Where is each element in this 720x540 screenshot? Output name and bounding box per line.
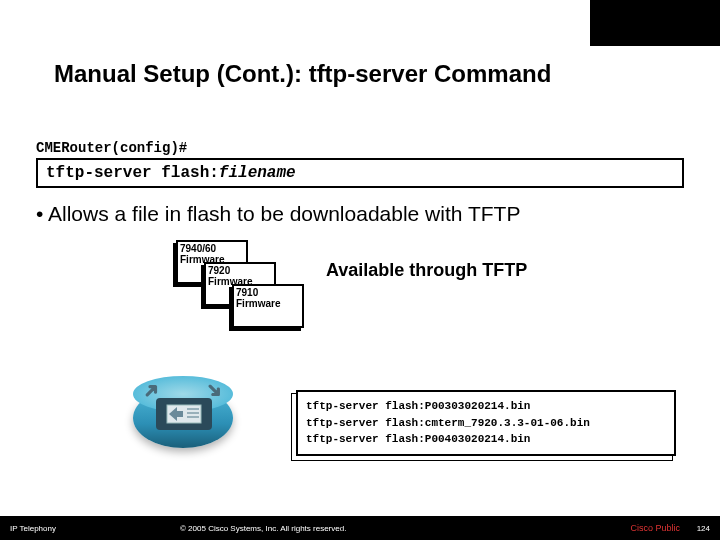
doc3-line2: Firmware <box>236 299 300 310</box>
config-code-box: tftp-server flash:P00303020214.bin tftp-… <box>296 390 676 456</box>
content-area: CMERouter(config)# tftp-server flash:fil… <box>36 140 684 380</box>
footer-public: Cisco Public <box>630 523 680 533</box>
command-syntax-box: tftp-server flash:filename <box>36 158 684 188</box>
tftp-label: Available through TFTP <box>326 260 527 281</box>
command-arg: filename <box>219 164 296 182</box>
header-corner <box>590 0 720 46</box>
footer-copyright: © 2005 Cisco Systems, Inc. All rights re… <box>180 524 346 533</box>
firmware-doc-3: 7910 Firmware <box>232 284 304 328</box>
page-title: Manual Setup (Cont.): tftp-server Comman… <box>54 60 561 88</box>
router-icon: ➜ ➜ <box>128 368 238 468</box>
doc1-line1: 7940/60 <box>180 244 244 255</box>
cli-prompt: CMERouter(config)# <box>36 140 684 156</box>
doc2-line1: 7920 <box>208 266 272 277</box>
code-line-3: tftp-server flash:P00403020214.bin <box>306 431 666 448</box>
diagram: 7940/60 Firmware 7920 Firmware 7910 Firm… <box>136 240 684 380</box>
doc3-line1: 7910 <box>236 288 300 299</box>
footer-course: IP Telephony <box>10 524 56 533</box>
code-line-1: tftp-server flash:P00303020214.bin <box>306 398 666 415</box>
footer-page-number: 124 <box>697 524 710 533</box>
code-line-2: tftp-server flash:cmterm_7920.3.3-01-06.… <box>306 415 666 432</box>
footer-bar: IP Telephony © 2005 Cisco Systems, Inc. … <box>0 516 720 540</box>
command-base: tftp-server flash: <box>46 164 219 182</box>
bullet-text: Allows a file in flash to be downloadabl… <box>36 202 684 226</box>
